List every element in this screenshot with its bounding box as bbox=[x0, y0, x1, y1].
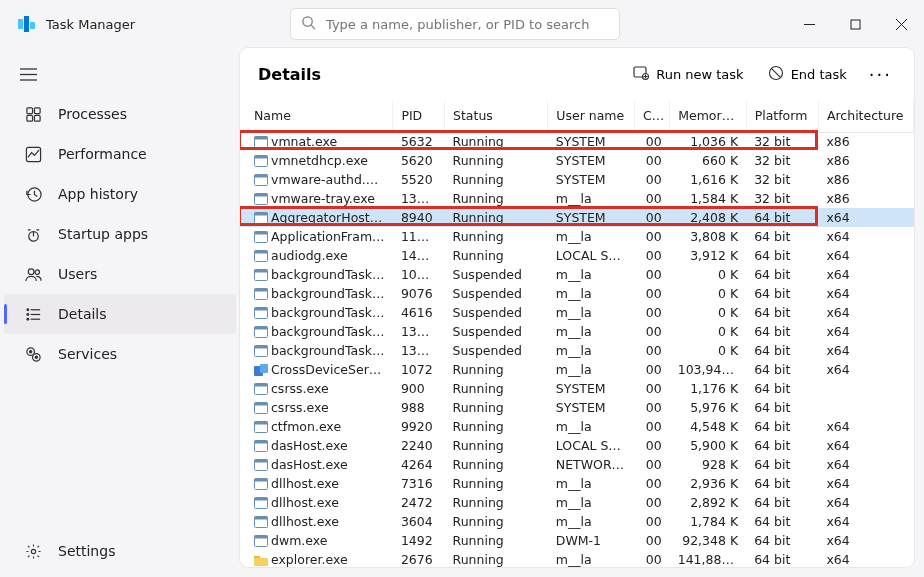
search-box[interactable] bbox=[290, 8, 620, 40]
process-icon bbox=[254, 326, 268, 338]
cell-name: dasHost.exe bbox=[271, 438, 348, 453]
svg-point-20 bbox=[35, 269, 39, 273]
sidebar-item-startup[interactable]: Startup apps bbox=[4, 214, 236, 254]
sidebar-item-services[interactable]: Services bbox=[4, 334, 236, 374]
svg-rect-69 bbox=[255, 422, 268, 425]
table-row[interactable]: vmware-authd.exe 5520 Running SYSTEM 00 … bbox=[240, 170, 914, 189]
cell-memory: 1,616 K bbox=[670, 170, 746, 189]
table-row[interactable]: ApplicationFrameHo... 11724 Running m__l… bbox=[240, 227, 914, 246]
search-input[interactable] bbox=[324, 16, 609, 33]
table-row[interactable]: backgroundTaskHos... 13400 Suspended m__… bbox=[240, 322, 914, 341]
cell-platform: 64 bit bbox=[746, 208, 818, 227]
maximize-button[interactable] bbox=[832, 0, 878, 48]
cell-memory: 3,808 K bbox=[670, 227, 746, 246]
cell-name: AggregatorHost.exe bbox=[271, 210, 393, 225]
cell-arch: x64 bbox=[818, 360, 913, 379]
cell-arch: x86 bbox=[818, 132, 913, 151]
cell-name: vmware-authd.exe bbox=[271, 172, 388, 187]
cell-pid: 2240 bbox=[393, 436, 445, 455]
cell-user: SYSTEM bbox=[548, 151, 635, 170]
table-row[interactable]: backgroundTaskHos... 9076 Suspended m__l… bbox=[240, 284, 914, 303]
table-row[interactable]: vmware-tray.exe 13596 Running m__la 00 1… bbox=[240, 189, 914, 208]
svg-rect-6 bbox=[851, 20, 860, 29]
more-options-button[interactable]: ··· bbox=[865, 62, 896, 87]
cell-cpu: 00 bbox=[635, 417, 670, 436]
titlebar-center bbox=[250, 8, 744, 40]
table-row[interactable]: dasHost.exe 2240 Running LOCAL SE... 00 … bbox=[240, 436, 914, 455]
col-header-pid[interactable]: PID bbox=[393, 100, 445, 132]
sidebar-item-settings[interactable]: Settings bbox=[4, 531, 236, 571]
col-header-user[interactable]: User name bbox=[548, 100, 635, 132]
table-row[interactable]: ctfmon.exe 9920 Running m__la 00 4,548 K… bbox=[240, 417, 914, 436]
table-row[interactable]: audiodg.exe 14812 Running LOCAL SE... 00… bbox=[240, 246, 914, 265]
cell-status: Running bbox=[445, 132, 548, 151]
col-header-platform[interactable]: Platform bbox=[746, 100, 818, 132]
svg-point-31 bbox=[31, 549, 35, 553]
cell-name: explorer.exe bbox=[271, 552, 348, 567]
cell-memory: 1,784 K bbox=[670, 512, 746, 531]
cell-arch: x64 bbox=[818, 436, 913, 455]
run-new-task-button[interactable]: Run new task bbox=[623, 59, 753, 90]
table-row[interactable]: dllhost.exe 3604 Running m__la 00 1,784 … bbox=[240, 512, 914, 531]
cell-pid: 4616 bbox=[393, 303, 445, 322]
svg-rect-51 bbox=[255, 251, 268, 254]
cell-platform: 64 bit bbox=[746, 531, 818, 550]
sidebar-item-label: Services bbox=[58, 346, 117, 362]
titlebar: Task Manager bbox=[0, 0, 924, 48]
table-row[interactable]: dasHost.exe 4264 Running NETWORK... 00 9… bbox=[240, 455, 914, 474]
svg-rect-39 bbox=[255, 137, 268, 140]
cell-memory: 0 K bbox=[670, 322, 746, 341]
col-header-arch[interactable]: Architecture bbox=[818, 100, 913, 132]
cell-user: NETWORK... bbox=[548, 455, 635, 474]
table-row[interactable]: backgroundTaskHos... 10548 Suspended m__… bbox=[240, 265, 914, 284]
apphistory-icon bbox=[24, 185, 42, 203]
col-header-status[interactable]: Status bbox=[445, 100, 548, 132]
close-button[interactable] bbox=[878, 0, 924, 48]
col-header-cpu[interactable]: CPU bbox=[635, 100, 670, 132]
cell-user: SYSTEM bbox=[548, 132, 635, 151]
cell-pid: 9920 bbox=[393, 417, 445, 436]
cell-arch: x64 bbox=[818, 341, 913, 360]
svg-rect-71 bbox=[255, 441, 268, 444]
cell-arch: x64 bbox=[818, 531, 913, 550]
minimize-button[interactable] bbox=[786, 0, 832, 48]
svg-rect-53 bbox=[255, 270, 268, 273]
cell-cpu: 00 bbox=[635, 227, 670, 246]
sidebar-item-performance[interactable]: Performance bbox=[4, 134, 236, 174]
hamburger-button[interactable] bbox=[0, 54, 240, 94]
table-row[interactable]: csrss.exe 988 Running SYSTEM 00 5,976 K … bbox=[240, 398, 914, 417]
table-wrap[interactable]: Name PID Status User name CPU Memory (..… bbox=[240, 100, 914, 567]
table-row[interactable]: dllhost.exe 2472 Running m__la 00 2,892 … bbox=[240, 493, 914, 512]
table-row[interactable]: vmnetdhcp.exe 5620 Running SYSTEM 00 660… bbox=[240, 151, 914, 170]
table-row[interactable]: dwm.exe 1492 Running DWM-1 00 92,348 K 6… bbox=[240, 531, 914, 550]
app-title: Task Manager bbox=[46, 17, 135, 32]
sidebar-item-processes[interactable]: Processes bbox=[4, 94, 236, 134]
sidebar-item-label: Startup apps bbox=[58, 226, 148, 242]
table-row[interactable]: backgroundTaskHos... 13776 Suspended m__… bbox=[240, 341, 914, 360]
sidebar-item-users[interactable]: Users bbox=[4, 254, 236, 294]
sidebar-item-apphistory[interactable]: App history bbox=[4, 174, 236, 214]
svg-rect-63 bbox=[260, 364, 268, 373]
table-row[interactable]: csrss.exe 900 Running SYSTEM 00 1,176 K … bbox=[240, 379, 914, 398]
sidebar-item-details[interactable]: Details bbox=[4, 294, 236, 334]
cell-status: Suspended bbox=[445, 303, 548, 322]
svg-point-30 bbox=[35, 356, 37, 358]
cell-cpu: 00 bbox=[635, 455, 670, 474]
table-row[interactable]: explorer.exe 2676 Running m__la 00 141,8… bbox=[240, 550, 914, 567]
table-row[interactable]: AggregatorHost.exe 8940 Running SYSTEM 0… bbox=[240, 208, 914, 227]
cell-memory: 1,036 K bbox=[670, 132, 746, 151]
process-icon bbox=[254, 402, 268, 414]
app-icon bbox=[18, 15, 36, 33]
table-row[interactable]: dllhost.exe 7316 Running m__la 00 2,936 … bbox=[240, 474, 914, 493]
table-row[interactable]: backgroundTaskHos... 4616 Suspended m__l… bbox=[240, 303, 914, 322]
end-task-button[interactable]: End task bbox=[758, 59, 857, 90]
cell-status: Running bbox=[445, 246, 548, 265]
table-row[interactable]: vmnat.exe 5632 Running SYSTEM 00 1,036 K… bbox=[240, 132, 914, 151]
col-header-memory[interactable]: Memory (... bbox=[670, 100, 746, 132]
cell-memory: 1,176 K bbox=[670, 379, 746, 398]
cell-platform: 64 bit bbox=[746, 246, 818, 265]
cell-status: Suspended bbox=[445, 322, 548, 341]
table-row[interactable]: CrossDeviceService.e... 1072 Running m__… bbox=[240, 360, 914, 379]
col-header-name[interactable]: Name bbox=[240, 100, 393, 132]
cell-platform: 64 bit bbox=[746, 417, 818, 436]
